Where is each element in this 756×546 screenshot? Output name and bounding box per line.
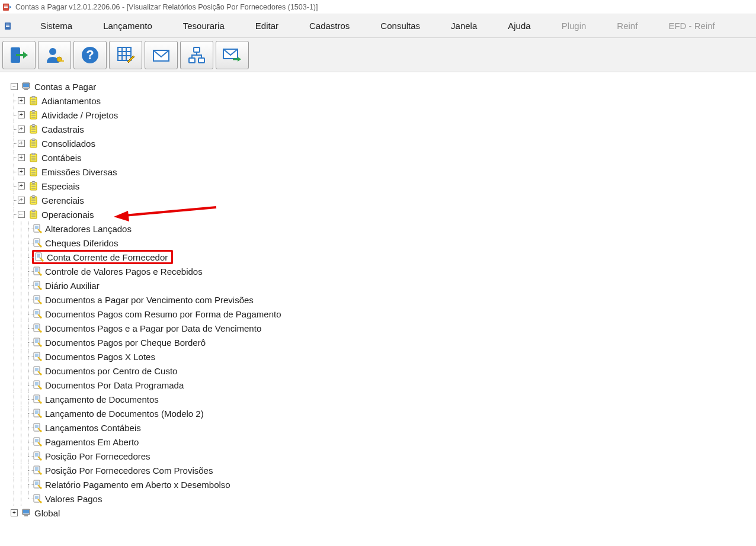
tree-leaf[interactable]: Documentos Pagos X Lotes <box>11 349 751 364</box>
tree-leaf[interactable]: Pagamentos Em Aberto <box>11 435 751 449</box>
tree-node[interactable]: +Emissões Diversas <box>11 165 751 179</box>
menu-editar[interactable]: Editar <box>240 21 294 31</box>
svg-rect-1 <box>4 5 8 5</box>
tree-leaf[interactable]: Documentos a Pagar por Vencimento com Pr… <box>11 293 751 307</box>
mail-send-button[interactable] <box>216 41 249 69</box>
tree-leaf[interactable]: Posição Por Fornecedores Com Provisões <box>11 463 751 477</box>
menu-plugin[interactable]: Plugin <box>546 21 602 31</box>
svg-rect-5 <box>6 24 9 24</box>
svg-rect-28 <box>32 97 35 98</box>
tree-leaf[interactable]: Lançamentos Contábeis <box>11 420 751 435</box>
tree-label: Emissões Diversas <box>41 167 117 177</box>
tree-leaf[interactable]: Relatório Pagamento em Aberto x Desembol… <box>11 477 751 492</box>
grid-edit-button[interactable] <box>109 41 142 69</box>
menu-lancamento[interactable]: Lançamento <box>88 21 168 31</box>
svg-text:?: ? <box>86 47 94 62</box>
tree-node[interactable]: +Atividade / Projetos <box>11 108 751 122</box>
svg-rect-38 <box>32 125 35 127</box>
menu-janela[interactable]: Janela <box>435 21 492 31</box>
tree-leaf[interactable]: Documentos Pagos e a Pagar por Data de V… <box>11 321 751 335</box>
clipboard-icon <box>28 209 39 220</box>
tree-root-contas-a-pagar[interactable]: − Contas a Pagar <box>11 79 751 94</box>
tree-node[interactable]: +Gerenciais <box>11 193 751 207</box>
tree-node[interactable]: +Contábeis <box>11 150 751 165</box>
computer-icon <box>21 508 32 518</box>
help-button[interactable]: ? <box>73 41 107 69</box>
tree-node[interactable]: +Adiantamentos <box>11 94 751 108</box>
menu-efd-reinf[interactable]: EFD - Reinf <box>653 21 730 31</box>
tree-leaf[interactable]: Posição Por Fornecedores <box>11 449 751 463</box>
tree-leaf[interactable]: Lançamento de Documentos (Modelo 2) <box>11 406 751 420</box>
tree-leaf[interactable]: Documentos Pagos com Resumo por Forma de… <box>11 307 751 321</box>
svg-rect-21 <box>189 58 195 63</box>
app-icon <box>2 2 12 12</box>
collapse-icon[interactable]: − <box>11 83 18 90</box>
tree-label: Lançamento de Documentos (Modelo 2) <box>45 409 204 419</box>
tree-label: Documentos Pagos X Lotes <box>45 352 155 362</box>
tree-leaf[interactable]: Lançamento de Documentos <box>11 392 751 406</box>
tree-leaf[interactable]: Documentos Pagos por Cheque Borderô <box>11 335 751 349</box>
tree-leaf[interactable]: Controle de Valores Pagos e Recebidos <box>11 264 751 278</box>
menu-tesouraria[interactable]: Tesouraria <box>168 21 240 31</box>
exit-button[interactable] <box>2 41 36 69</box>
tree-label: Documentos a Pagar por Vencimento com Pr… <box>45 295 254 305</box>
tree-label: Conta Corrente de Fornecedor <box>47 252 168 262</box>
tree-leaf[interactable]: Conta Corrente de Fornecedor <box>11 250 751 264</box>
mail-button[interactable] <box>145 41 178 69</box>
tree-label: Lançamentos Contábeis <box>45 423 141 433</box>
menu-ajuda[interactable]: Ajuda <box>492 21 546 31</box>
tree-label: Relatório Pagamento em Aberto x Desembol… <box>45 480 230 490</box>
tree-leaf[interactable]: Documentos Por Data Programada <box>11 378 751 392</box>
svg-rect-174 <box>24 515 28 516</box>
window-title: Contas a Pagar v12.01.2206.06 - [Visuali… <box>15 3 318 11</box>
svg-rect-2 <box>4 6 8 7</box>
menu-reinf[interactable]: Reinf <box>601 21 653 31</box>
tree-leaf[interactable]: Alteradores Lançados <box>11 221 751 236</box>
svg-rect-53 <box>32 168 35 169</box>
clipboard-icon <box>28 95 39 106</box>
svg-rect-58 <box>32 182 35 184</box>
menubar: Sistema Lançamento Tesouraria Editar Cad… <box>0 14 756 38</box>
svg-rect-33 <box>32 111 35 113</box>
tree-label: Alteradores Lançados <box>45 224 132 234</box>
tree-root-global[interactable]: + Global <box>11 506 751 520</box>
clipboard-icon <box>28 181 39 191</box>
clipboard-icon <box>28 195 39 205</box>
expand-icon[interactable]: + <box>11 509 18 516</box>
report-icon <box>34 252 44 262</box>
tree-label: Gerenciais <box>41 195 84 205</box>
report-tree-panel: − Contas a Pagar +Adiantamentos+Atividad… <box>0 72 756 546</box>
menu-sistema[interactable]: Sistema <box>25 21 88 31</box>
tree-label: Especiais <box>41 181 79 191</box>
network-button[interactable] <box>180 41 213 69</box>
svg-rect-26 <box>24 89 28 90</box>
menu-cadastros[interactable]: Cadastros <box>294 21 365 31</box>
tree-leaf[interactable]: Documentos por Centro de Custo <box>11 364 751 378</box>
tree-label: Pagamentos Em Aberto <box>45 437 139 447</box>
tree-label: Contábeis <box>41 153 82 163</box>
clipboard-icon <box>28 152 39 163</box>
tree-node-operacionais[interactable]: − Operacionais <box>11 207 751 221</box>
tree-label: Atividade / Projetos <box>41 110 118 120</box>
tree-node[interactable]: +Especiais <box>11 179 751 193</box>
tree-label: Consolidados <box>41 139 95 149</box>
user-key-button[interactable] <box>38 41 71 69</box>
tree-label: Documentos Pagos e a Pagar por Data de V… <box>45 323 261 333</box>
menubar-app-icon <box>4 21 14 31</box>
tree-node[interactable]: +Consolidados <box>11 136 751 150</box>
report-tree[interactable]: − Contas a Pagar +Adiantamentos+Atividad… <box>11 79 751 520</box>
tree-label: Documentos por Centro de Custo <box>45 366 177 376</box>
tree-label: Lançamento de Documentos <box>45 394 159 404</box>
tree-leaf[interactable]: Cheques Diferidos <box>11 236 751 250</box>
tree-leaf[interactable]: Valores Pagos <box>11 492 751 506</box>
tree-label: Documentos Pagos com Resumo por Forma de… <box>45 309 281 319</box>
clipboard-icon <box>28 138 39 149</box>
tree-label: Diário Auxiliar <box>45 281 100 291</box>
tree-label: Operacionais <box>41 210 94 220</box>
toolbar: ? <box>0 38 756 72</box>
svg-rect-43 <box>32 139 35 141</box>
clipboard-icon <box>28 166 39 177</box>
menu-consultas[interactable]: Consultas <box>365 21 435 31</box>
tree-leaf[interactable]: Diário Auxiliar <box>11 278 751 293</box>
tree-node[interactable]: +Cadastrais <box>11 122 751 136</box>
